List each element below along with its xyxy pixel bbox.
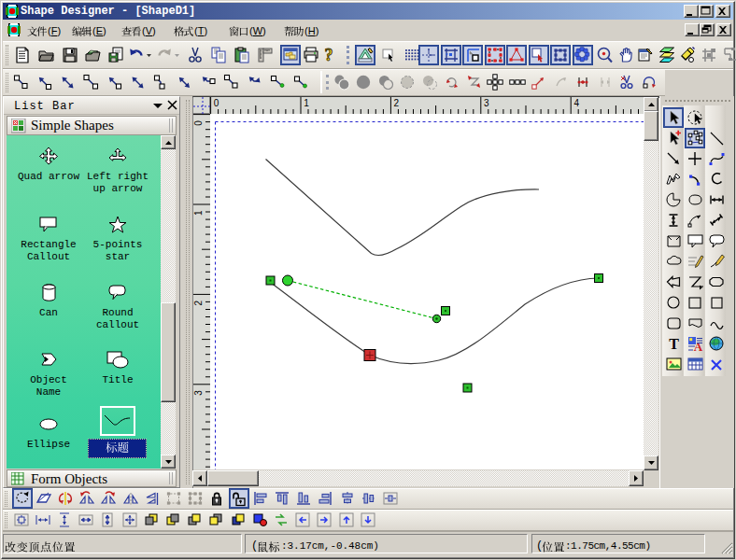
svg-text:1: 1: [193, 210, 204, 216]
svg-text:4: 4: [573, 98, 579, 108]
svg-text:?: ?: [325, 47, 333, 63]
svg-text:A: A: [693, 340, 702, 353]
svg-text:1: 1: [304, 98, 309, 108]
svg-text:0: 0: [193, 120, 204, 126]
svg-text:3: 3: [193, 390, 204, 396]
svg-text:T: T: [669, 336, 679, 352]
svg-text:3: 3: [484, 98, 489, 108]
svg-text:2: 2: [193, 300, 204, 305]
svg-text:2: 2: [394, 98, 400, 108]
svg-text:0: 0: [214, 98, 219, 108]
